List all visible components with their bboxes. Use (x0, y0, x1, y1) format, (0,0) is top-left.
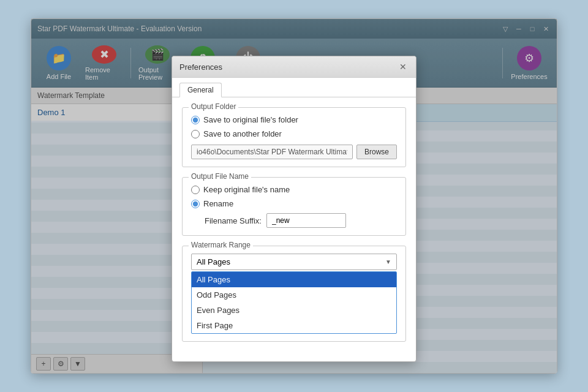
dialog-close-button[interactable]: ✕ (398, 61, 409, 72)
keep-original-radio[interactable] (191, 186, 200, 194)
folder-path-input[interactable] (191, 145, 353, 159)
save-original-radio[interactable] (191, 116, 200, 124)
filename-suffix-label: Filename Suffix: (205, 216, 262, 225)
dialog-title-text: Preferences (179, 62, 222, 72)
dialog-body: Output Folder Save to original file's fo… (172, 97, 416, 361)
watermark-range-dropdown-list: All Pages Odd Pages Even Pages First Pag… (191, 271, 397, 334)
preferences-dialog: Preferences ✕ General Output Folder Save… (172, 56, 417, 362)
save-original-radio-row[interactable]: Save to original file's folder (191, 115, 397, 124)
dropdown-arrow-icon: ▼ (385, 258, 391, 265)
dropdown-option-even-pages[interactable]: Even Pages (192, 303, 396, 318)
rename-row: Filename Suffix: (191, 213, 397, 228)
dropdown-option-odd-pages[interactable]: Odd Pages (192, 287, 396, 303)
app-window: Star PDF Watermark Ultimate - Evaluation… (31, 18, 557, 374)
save-original-label: Save to original file's folder (203, 115, 298, 124)
dropdown-option-first-page[interactable]: First Page (192, 318, 396, 333)
dialog-tabs: General (172, 78, 416, 97)
output-folder-section: Output Folder Save to original file's fo… (182, 107, 406, 167)
save-another-label: Save to another folder (203, 129, 282, 138)
rename-label: Rename (203, 199, 233, 208)
watermark-range-dropdown-container: All Pages ▼ All Pages Odd Pages Even Pag… (191, 254, 397, 334)
watermark-range-label: Watermark Range (189, 241, 253, 249)
dropdown-option-all-pages[interactable]: All Pages (192, 272, 396, 287)
output-folder-label: Output Folder (189, 102, 238, 111)
dialog-title-bar: Preferences ✕ (172, 56, 416, 78)
save-another-radio-row[interactable]: Save to another folder (191, 129, 397, 138)
folder-input-row: Browse (191, 145, 397, 159)
output-file-name-label: Output File Name (189, 172, 251, 181)
browse-button[interactable]: Browse (356, 145, 397, 159)
filename-suffix-input[interactable] (266, 213, 346, 228)
dropdown-selected-value: All Pages (197, 257, 385, 266)
keep-original-label: Keep original file's name (203, 185, 290, 194)
dialog-overlay: Preferences ✕ General Output Folder Save… (31, 19, 557, 373)
watermark-range-section: Watermark Range All Pages ▼ All Pages Od… (182, 246, 406, 342)
keep-original-radio-row[interactable]: Keep original file's name (191, 185, 397, 194)
watermark-range-dropdown[interactable]: All Pages ▼ (191, 254, 397, 270)
rename-radio-row[interactable]: Rename (191, 199, 397, 208)
save-another-radio[interactable] (191, 130, 200, 138)
output-file-name-section: Output File Name Keep original file's na… (182, 177, 406, 236)
tab-general[interactable]: General (179, 83, 222, 97)
rename-radio[interactable] (191, 200, 200, 208)
